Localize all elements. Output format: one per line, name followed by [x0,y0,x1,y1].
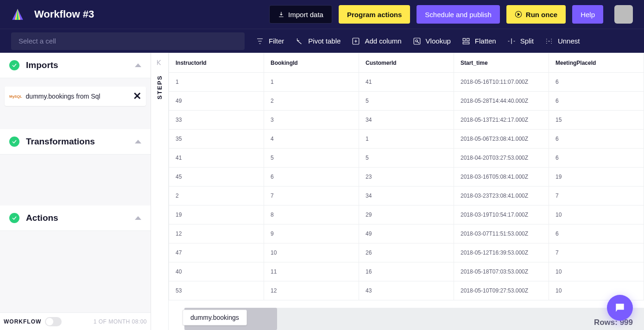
table-row[interactable]: 4710262018-05-12T16:39:53.000Z7 [169,243,644,262]
collapse-steps-button[interactable] [156,58,164,67]
table-row[interactable]: 41552018-04-20T03:27:53.000Z6 [169,149,644,168]
add-column-tool[interactable]: Add column [352,37,401,45]
table-cell[interactable]: 29 [359,205,454,224]
filter-tool[interactable]: Filter [256,37,284,45]
transformations-header[interactable]: Transformations [0,129,151,155]
table-cell[interactable]: 2 [169,187,264,205]
workflow-toggle[interactable] [45,317,62,326]
pivot-tool[interactable]: Pivot table [295,37,341,45]
import-data-button[interactable]: Import data [269,5,332,24]
table-cell[interactable]: 1 [169,73,264,92]
split-tool[interactable]: Split [507,37,534,45]
table-cell[interactable]: 45 [169,168,264,187]
table-cell[interactable]: 34 [359,111,454,130]
table-cell[interactable]: 10 [264,243,359,262]
schedule-publish-button[interactable]: Schedule and publish [417,5,499,24]
table-cell[interactable]: 2018-03-16T05:08:41.000Z [454,168,549,187]
table-cell[interactable]: 1 [264,73,359,92]
imports-header[interactable]: Imports [0,53,151,78]
table-cell[interactable]: 2018-04-20T03:27:53.000Z [454,149,549,168]
table-cell[interactable]: 2018-05-12T16:39:53.000Z [454,243,549,262]
table-row[interactable]: 5312432018-05-10T09:27:53.000Z10 [169,281,644,300]
column-header[interactable]: InstructorId [169,53,264,73]
table-cell[interactable]: 7 [549,187,644,205]
table-cell[interactable]: 5 [359,149,454,168]
table-row[interactable]: 4011162018-05-18T07:03:53.000Z10 [169,262,644,281]
table-cell[interactable]: 9 [264,224,359,243]
chat-button[interactable] [607,295,633,321]
table-cell[interactable]: 4 [264,130,359,149]
cell-selector-input[interactable]: Select a cell [11,32,245,50]
table-cell[interactable]: 19 [169,205,264,224]
column-header[interactable]: MeetingPlaceId [549,53,644,73]
table-cell[interactable]: 34 [359,187,454,205]
import-item[interactable]: MySQL dummy.bookings from Sql ✕ [5,87,146,106]
user-avatar[interactable] [614,5,633,24]
table-cell[interactable]: 5 [359,92,454,111]
dataset-pill[interactable]: dummy.bookings [183,310,247,325]
table-cell[interactable]: 49 [359,224,454,243]
column-header[interactable]: Start_time [454,53,549,73]
table-cell[interactable]: 10 [549,281,644,300]
table-cell[interactable]: 6 [549,130,644,149]
table-cell[interactable]: 3 [264,111,359,130]
vlookup-tool[interactable]: Vlookup [413,37,451,45]
table-cell[interactable]: 6 [549,224,644,243]
table-cell[interactable]: 11 [264,262,359,281]
table-row[interactable]: 27342018-03-23T23:08:41.000Z7 [169,187,644,205]
table-row[interactable]: 456232018-03-16T05:08:41.000Z19 [169,168,644,187]
table-cell[interactable]: 43 [359,281,454,300]
table-cell[interactable]: 16 [359,262,454,281]
table-cell[interactable]: 6 [264,168,359,187]
unnest-tool[interactable]: Unnest [545,37,580,45]
table-cell[interactable]: 41 [359,73,454,92]
table-cell[interactable]: 2018-03-07T11:51:53.000Z [454,224,549,243]
column-header[interactable]: CustomerId [359,53,454,73]
table-cell[interactable]: 1 [359,130,454,149]
table-cell[interactable]: 2018-05-10T09:27:53.000Z [454,281,549,300]
table-cell[interactable]: 12 [169,224,264,243]
table-cell[interactable]: 2018-05-13T21:42:17.000Z [454,111,549,130]
table-cell[interactable]: 7 [549,243,644,262]
flatten-tool[interactable]: Flatten [462,37,496,45]
table-row[interactable]: 333342018-05-13T21:42:17.000Z15 [169,111,644,130]
help-button[interactable]: Help [572,5,603,24]
table-cell[interactable]: 10 [549,262,644,281]
table-cell[interactable]: 35 [169,130,264,149]
table-row[interactable]: 35412018-05-06T23:08:41.000Z6 [169,130,644,149]
table-cell[interactable]: 6 [549,149,644,168]
table-cell[interactable]: 2018-05-16T10:11:07.000Z [454,73,549,92]
table-cell[interactable]: 2018-05-28T14:44:40.000Z [454,92,549,111]
table-cell[interactable]: 2018-03-23T23:08:41.000Z [454,187,549,205]
table-cell[interactable]: 19 [549,168,644,187]
column-header[interactable]: BookingId [264,53,359,73]
table-cell[interactable]: 8 [264,205,359,224]
table-row[interactable]: 11412018-05-16T10:11:07.000Z6 [169,73,644,92]
table-cell[interactable]: 2 [264,92,359,111]
table-cell[interactable]: 53 [169,281,264,300]
table-cell[interactable]: 41 [169,149,264,168]
actions-header[interactable]: Actions [0,205,151,231]
table-row[interactable]: 129492018-03-07T11:51:53.000Z6 [169,224,644,243]
table-row[interactable]: 49252018-05-28T14:44:40.000Z6 [169,92,644,111]
table-cell[interactable]: 23 [359,168,454,187]
table-cell[interactable]: 7 [264,187,359,205]
run-once-button[interactable]: Run once [506,5,566,24]
table-cell[interactable]: 6 [549,92,644,111]
table-cell[interactable]: 15 [549,111,644,130]
remove-import-button[interactable]: ✕ [133,90,141,102]
table-cell[interactable]: 2018-05-18T07:03:53.000Z [454,262,549,281]
table-cell[interactable]: 47 [169,243,264,262]
table-cell[interactable]: 40 [169,262,264,281]
hscroll-track[interactable] [184,308,644,330]
table-cell[interactable]: 2018-03-19T10:54:17.000Z [454,205,549,224]
program-actions-button[interactable]: Program actions [339,5,410,24]
table-cell[interactable]: 49 [169,92,264,111]
table-cell[interactable]: 26 [359,243,454,262]
table-cell[interactable]: 5 [264,149,359,168]
table-cell[interactable]: 2018-05-06T23:08:41.000Z [454,130,549,149]
table-cell[interactable]: 10 [549,205,644,224]
table-cell[interactable]: 6 [549,73,644,92]
table-cell[interactable]: 12 [264,281,359,300]
table-cell[interactable]: 33 [169,111,264,130]
